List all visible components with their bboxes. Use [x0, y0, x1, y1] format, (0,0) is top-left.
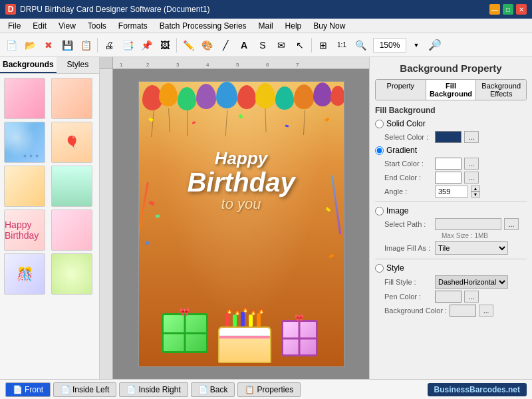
image-row: Image: [375, 206, 527, 215]
paint-button[interactable]: 🎨: [198, 37, 215, 54]
angle-spinner: ▲ ▼: [471, 186, 480, 198]
bg-thumb-1[interactable]: [4, 78, 45, 119]
tab-styles[interactable]: Styles: [57, 57, 99, 73]
end-color-swatch[interactable]: [435, 172, 462, 184]
paste-button[interactable]: 📌: [138, 37, 155, 54]
style-label[interactable]: Style: [386, 263, 404, 273]
bg-thumb-4[interactable]: 🎈: [51, 122, 92, 163]
save-button[interactable]: 💾: [59, 37, 76, 54]
bg-thumb-6[interactable]: [51, 166, 92, 207]
pen-color-swatch[interactable]: [435, 291, 462, 303]
section-title: Background Property: [375, 63, 527, 74]
close-button[interactable]: ✕: [516, 4, 527, 15]
solid-color-swatch[interactable]: [435, 131, 462, 143]
image-radio[interactable]: [375, 207, 384, 215]
toyou-text: to you: [139, 196, 344, 213]
zoomin-button[interactable]: 🔍: [352, 37, 369, 54]
gradient-radio[interactable]: [375, 146, 384, 155]
line-button[interactable]: ╱: [217, 37, 234, 54]
delete-button[interactable]: ✖: [40, 37, 57, 54]
cursor-button[interactable]: ↖: [291, 37, 309, 54]
menu-mail[interactable]: Mail: [253, 20, 279, 32]
bg-color-ellipsis[interactable]: ...: [479, 305, 493, 317]
solid-color-ellipsis[interactable]: ...: [464, 131, 479, 143]
zoomout-button[interactable]: 🔎: [426, 37, 444, 54]
tab-background-effects[interactable]: Background Effects: [476, 80, 526, 100]
zoom-dropdown[interactable]: ▼: [408, 37, 425, 54]
bg-color-swatch[interactable]: [450, 305, 476, 317]
menu-batch[interactable]: Batch Processing Series: [154, 20, 252, 32]
ruler-mark-1: 2: [146, 62, 149, 68]
tab-fill-background[interactable]: Fill Background: [426, 80, 477, 100]
image-button[interactable]: 🖼: [156, 37, 174, 54]
tab-front[interactable]: 📄 Front: [5, 382, 51, 397]
ruler-mark-5: 6: [266, 62, 269, 68]
menu-view[interactable]: View: [53, 20, 81, 32]
tab-inside-left[interactable]: 📄 Inside Left: [53, 382, 116, 397]
end-color-ellipsis[interactable]: ...: [464, 172, 479, 184]
copy-button[interactable]: 📑: [119, 37, 136, 54]
end-color-row: End Color : ...: [375, 172, 527, 184]
path-input[interactable]: [435, 218, 501, 230]
bg-thumb-5[interactable]: [4, 166, 45, 207]
angle-input[interactable]: [435, 186, 468, 198]
tab-inside-right[interactable]: 📄 Inside Right: [119, 382, 188, 397]
menu-edit[interactable]: Edit: [27, 20, 52, 32]
bg-thumb-2[interactable]: [51, 78, 92, 119]
solid-color-radio[interactable]: [375, 120, 384, 128]
tab-properties-label: Properties: [257, 385, 293, 394]
image-fill-select[interactable]: Tile Stretch Center: [435, 241, 508, 255]
shapes-button[interactable]: S: [254, 37, 271, 54]
zoom-value[interactable]: 150%: [373, 38, 406, 53]
saveas-button[interactable]: 📋: [77, 37, 94, 54]
style-radio[interactable]: [375, 264, 384, 273]
tab-properties[interactable]: 📋 Properties: [237, 382, 301, 397]
ruler-mark-4: 5: [236, 62, 239, 68]
tab-front-label: Front: [25, 385, 43, 394]
gradient-label[interactable]: Gradient: [386, 146, 417, 155]
minimize-button[interactable]: —: [489, 4, 500, 15]
card-canvas[interactable]: Happy Birthday to you 🎀: [138, 81, 344, 367]
open-button[interactable]: 📂: [21, 37, 39, 54]
maximize-button[interactable]: □: [503, 4, 513, 15]
bg-thumb-3[interactable]: ★ ★ ★: [4, 122, 45, 163]
ruler-mark-3: 4: [206, 62, 209, 68]
menu-formats[interactable]: Formats: [113, 20, 153, 32]
menu-buynow[interactable]: Buy Now: [308, 20, 350, 32]
pen-color-ellipsis[interactable]: ...: [464, 291, 479, 303]
solid-color-label[interactable]: Solid Color: [386, 119, 426, 128]
tab-property[interactable]: Property: [376, 80, 426, 100]
angle-down[interactable]: ▼: [471, 192, 480, 198]
zoom-area: 150% ▼: [373, 37, 425, 54]
tab-back-label: Back: [210, 385, 228, 394]
property-tabs: Property Fill Background Background Effe…: [375, 79, 527, 100]
bg-thumb-9[interactable]: 🎊: [4, 253, 45, 295]
ruler-left: [100, 69, 113, 379]
grid-button[interactable]: ⊞: [315, 37, 332, 54]
menu-help[interactable]: Help: [280, 20, 307, 32]
start-color-row: Start Color : ...: [375, 158, 527, 170]
menu-file[interactable]: File: [3, 20, 26, 32]
menu-tools[interactable]: Tools: [82, 20, 112, 32]
fill-style-select[interactable]: DashedHorizontal Solid Vertical: [435, 275, 508, 289]
maxsize-label: Max Size : 1MB: [375, 232, 527, 239]
bg-thumb-8[interactable]: [51, 209, 92, 251]
select-color-row: Select Color : ...: [375, 131, 527, 143]
properties-icon: 📋: [245, 385, 255, 394]
image-label[interactable]: Image: [386, 206, 408, 215]
tab-backgrounds[interactable]: Backgrounds: [0, 57, 57, 73]
angle-up[interactable]: ▲: [471, 186, 480, 192]
start-color-swatch[interactable]: [435, 158, 462, 170]
tab-back[interactable]: 📄 Back: [191, 382, 235, 397]
start-color-ellipsis[interactable]: ...: [464, 158, 479, 170]
gift-1: 🎀: [162, 313, 211, 363]
email-button[interactable]: ✉: [273, 37, 290, 54]
ratio-button[interactable]: 1:1: [333, 37, 350, 54]
new-button[interactable]: 📄: [3, 37, 20, 54]
text-button[interactable]: A: [235, 37, 253, 54]
pen-button[interactable]: ✏️: [180, 37, 197, 54]
print-button[interactable]: 🖨: [100, 37, 118, 54]
bg-thumb-10[interactable]: [51, 253, 92, 295]
path-ellipsis[interactable]: ...: [504, 218, 519, 230]
bg-thumb-7[interactable]: Happy Birthday: [4, 209, 45, 251]
